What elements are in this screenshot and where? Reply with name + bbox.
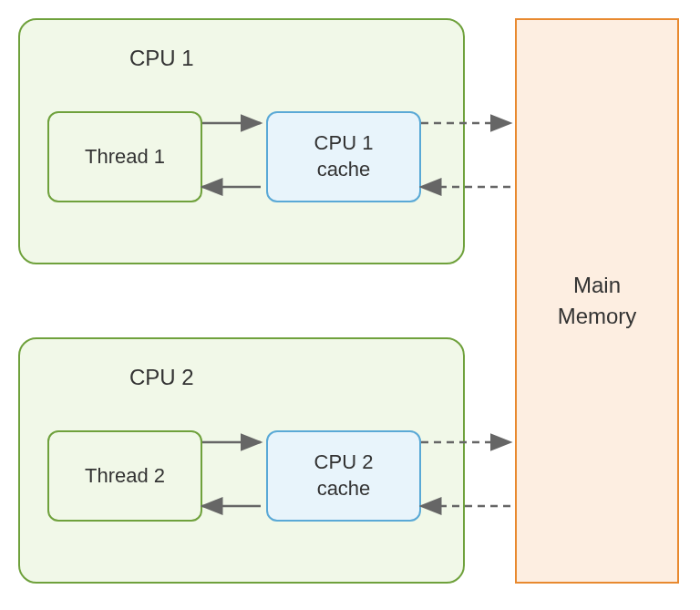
cpu2-title: CPU 2: [129, 365, 194, 390]
cpu2-cache-box: CPU 2cache: [266, 430, 421, 522]
cpu1-container: CPU 1 Thread 1 CPU 1cache: [18, 18, 465, 264]
thread1-box: Thread 1: [47, 111, 202, 202]
cpu2-container: CPU 2 Thread 2 CPU 2cache: [18, 337, 465, 584]
cpu1-title: CPU 1: [129, 46, 194, 71]
cpu1-cache-box: CPU 1cache: [266, 111, 421, 202]
main-memory-box: MainMemory: [515, 18, 679, 584]
thread2-box: Thread 2: [47, 430, 202, 522]
